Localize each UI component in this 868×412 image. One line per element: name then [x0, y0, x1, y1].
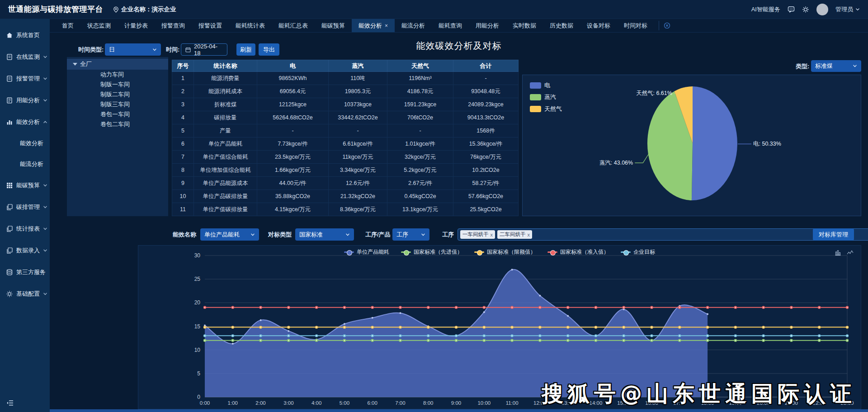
tree-node-全厂[interactable]: 全厂: [67, 59, 168, 70]
pie-legend-item-电[interactable]: 电: [530, 81, 562, 90]
sidebar-item-碳排管理[interactable]: 碳排管理: [0, 196, 50, 218]
tab-能碳预算[interactable]: 能碳预算: [315, 19, 352, 32]
sidebar-item-统计报表[interactable]: 统计报表: [0, 218, 50, 240]
tab-报警设置[interactable]: 报警设置: [192, 19, 229, 32]
tree-node-制版一车间[interactable]: 制版一车间: [67, 80, 168, 90]
line-legend-item-国家标准（限额值）[interactable]: 国家标准（限额值）: [474, 248, 536, 256]
tab-历史数据[interactable]: 历史数据: [543, 19, 580, 32]
table-cell: 24089.23kgce: [453, 98, 519, 111]
sidebar-item-用能分析[interactable]: 用能分析: [0, 90, 50, 111]
tab-label: 能耗统计表: [236, 22, 265, 30]
tab-首页[interactable]: 首页: [55, 19, 80, 32]
tab-label: 能耗汇总表: [278, 22, 308, 30]
table-cell: 69056.4元: [257, 85, 329, 98]
horizontal-scrollbar[interactable]: [50, 409, 868, 412]
legend-label: 企业目标: [633, 248, 655, 256]
chevron-down-icon: [43, 227, 47, 231]
pie-legend-item-天然气[interactable]: 天然气: [530, 105, 562, 113]
tag-close-icon[interactable]: x: [491, 232, 493, 237]
selected-tag-一车间烘干[interactable]: 一车间烘干x: [460, 230, 495, 239]
company-info: 企业名称：演示企业: [113, 5, 176, 14]
line-legend-item-国家标准（先进值）[interactable]: 国家标准（先进值）: [401, 248, 462, 256]
line-legend-item-企业目标[interactable]: 企业目标: [621, 248, 655, 256]
table-cell: 能源消耗成本: [194, 85, 257, 98]
benchmark-type-select[interactable]: 国家标准: [295, 228, 354, 241]
tree-node-制版二车间[interactable]: 制版二车间: [67, 90, 168, 99]
pie-type-select[interactable]: 标准煤: [811, 60, 861, 72]
table-cell: 32kgce/万元: [387, 151, 453, 164]
tree-node-制版三车间[interactable]: 制版三车间: [67, 99, 168, 109]
sidebar-item-数据录入[interactable]: 数据录入: [0, 240, 50, 261]
tab-能耗查询[interactable]: 能耗查询: [432, 19, 469, 32]
process-product-select[interactable]: 工序: [392, 228, 429, 241]
table-cell: 单位产品能耗: [194, 137, 257, 151]
line-legend-item-单位产品能耗[interactable]: 单位产品能耗: [344, 248, 389, 256]
svg-text:4:00: 4:00: [311, 400, 321, 406]
process-multiselect[interactable]: 一车间烘干x二车间烘干x: [458, 228, 868, 241]
column-header-电: 电: [257, 60, 329, 72]
tab-能耗统计表[interactable]: 能耗统计表: [229, 19, 272, 32]
close-tabs-icon[interactable]: [664, 19, 670, 32]
user-menu[interactable]: 管理员: [835, 5, 860, 14]
tree-node-卷包二车间[interactable]: 卷包二车间: [67, 119, 168, 129]
chat-icon[interactable]: [788, 6, 795, 13]
ai-service-link[interactable]: AI智能服务: [751, 5, 780, 14]
sidebar-item-label: 数据录入: [16, 246, 40, 255]
pie-legend-item-蒸汽[interactable]: 蒸汽: [530, 93, 562, 101]
benchmark-manage-button[interactable]: 对标库管理: [813, 228, 854, 241]
pie-slice-电[interactable]: [692, 86, 737, 200]
tab-实时数据[interactable]: 实时数据: [506, 19, 543, 32]
column-header-蒸汽: 蒸汽: [329, 60, 387, 72]
sidebar-item-报警管理[interactable]: 报警管理: [0, 68, 50, 90]
sidebar-item-在线监测[interactable]: 在线监测: [0, 46, 50, 68]
table-cell: 706tCO2e: [387, 111, 453, 124]
table-cell: -: [257, 124, 329, 137]
chevron-down-icon: [43, 183, 47, 188]
column-header-统计名称: 统计名称: [194, 60, 257, 72]
collapse-sidebar-icon[interactable]: [6, 400, 14, 406]
tab-label: 能碳预算: [321, 22, 345, 30]
line-chart-toggle-icon[interactable]: [847, 249, 854, 256]
sidebar-item-基础配置[interactable]: 基础配置: [0, 283, 50, 305]
tab-时间对标[interactable]: 时间对标: [617, 19, 654, 32]
avatar[interactable]: [816, 4, 828, 15]
chevron-down-icon: [43, 248, 47, 253]
tab-计量抄表[interactable]: 计量抄表: [118, 19, 155, 32]
tab-报警查询[interactable]: 报警查询: [155, 19, 192, 32]
sidebar-subitem-能效分析[interactable]: 能效分析: [0, 133, 50, 154]
sidebar-item-label: 能效分析: [16, 118, 40, 126]
app-title: 世通能源与碳排放管理平台: [8, 4, 103, 14]
sidebar-item-能效分析[interactable]: 能效分析: [0, 111, 50, 133]
tree-node-动力车间[interactable]: 动力车间: [67, 70, 168, 80]
sidebar-item-系统首页[interactable]: 系统首页: [0, 24, 50, 46]
tab-用能分析[interactable]: 用能分析: [469, 19, 506, 32]
selected-tag-二车间烘干[interactable]: 二车间烘干x: [497, 230, 532, 239]
tag-close-icon[interactable]: x: [528, 232, 530, 237]
sidebar-subitem-能流分析[interactable]: 能流分析: [0, 154, 50, 175]
tab-设备对标[interactable]: 设备对标: [580, 19, 617, 32]
table-cell: 11kgce/万元: [329, 151, 387, 164]
table-cell: 6: [172, 137, 194, 151]
sidebar-item-label: 第三方服务: [16, 268, 46, 276]
table-cell: 4: [172, 111, 194, 124]
tree-node-卷包一车间[interactable]: 卷包一车间: [67, 109, 168, 119]
sidebar-item-第三方服务[interactable]: 第三方服务: [0, 261, 50, 283]
tab-能耗汇总表[interactable]: 能耗汇总表: [272, 19, 315, 32]
gear-icon[interactable]: [802, 6, 809, 13]
benchmark-type-value: 国家标准: [299, 231, 323, 239]
metric-name-select[interactable]: 单位产品能耗: [200, 228, 259, 241]
line-legend-item-国家标准（准入值）[interactable]: 国家标准（准入值）: [547, 248, 609, 256]
tab-能流分析[interactable]: 能流分析: [395, 19, 432, 32]
tab-label: 实时数据: [513, 22, 536, 30]
tab-能效分析[interactable]: 能效分析×: [352, 19, 395, 32]
tab-label: 报警设置: [198, 22, 222, 30]
legend-marker: [344, 251, 354, 253]
sidebar-item-能碳预算[interactable]: 能碳预算: [0, 175, 50, 196]
sidebar-item-label: 系统首页: [16, 31, 40, 39]
table-cell: 33442.62tCO2e: [329, 111, 387, 124]
svg-text:20: 20: [194, 299, 201, 306]
tab-close-icon[interactable]: ×: [385, 23, 388, 29]
tab-状态监测[interactable]: 状态监测: [80, 19, 118, 32]
bar-chart-toggle-icon[interactable]: [835, 249, 841, 256]
table-cell: 碳排放量: [194, 111, 257, 124]
